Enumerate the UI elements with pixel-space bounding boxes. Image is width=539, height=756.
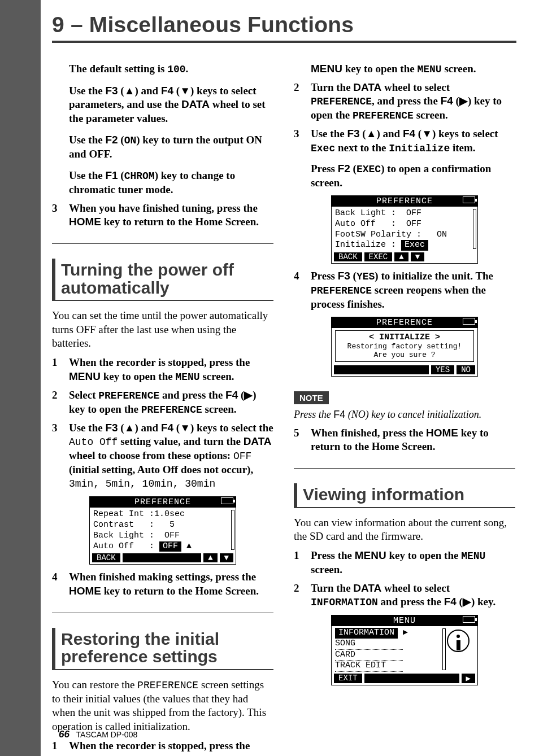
auto-off-step1: 1 When the recorder is stopped, press th… xyxy=(52,356,273,383)
right-column: MENU key to open the MENU screen. 2 Turn… xyxy=(294,58,515,756)
divider xyxy=(52,613,273,613)
restore-step1-cont: MENU key to open the MENU screen. xyxy=(294,62,515,76)
auto-off-step3: 3 Use the F3 (▲) and F4 (▼) keys to sele… xyxy=(52,421,273,491)
restore-step2: 2 Turn the DATA wheel to select PREFEREN… xyxy=(294,81,515,123)
battery-icon xyxy=(221,497,233,504)
auto-off-intro: You can set the time until the power aut… xyxy=(52,309,273,350)
restore-step1: 1 When the recorder is stopped, press th… xyxy=(52,739,273,753)
note-badge: NOTE xyxy=(294,391,329,404)
page-footer: 66 TASCAM DP-008 xyxy=(59,729,137,740)
view-info-step2: 2 Turn the DATA wheel to select INFORMAT… xyxy=(294,582,515,609)
f2-on-line: Use the F2 (ON) key to turn the output O… xyxy=(69,133,273,161)
view-info-intro: You can view information about the curre… xyxy=(294,516,515,544)
lcd-preference-initialize: PREFERENCE Back Light : OFF Auto Off : O… xyxy=(331,195,478,264)
restore-step4: 4 Press F3 (YES) to initialize the unit.… xyxy=(294,269,515,311)
section-view-info: Viewing information xyxy=(294,483,515,508)
continuation-block: The default setting is 100. Use the F3 (… xyxy=(52,62,273,197)
default-setting-line: The default setting is 100. xyxy=(69,62,273,76)
step-finish-tuning: 3 When you have finished tuning, press t… xyxy=(52,202,273,229)
left-sidebar xyxy=(0,0,41,756)
divider xyxy=(52,243,273,244)
f1-chrom-line: Use the F1 (CHROM) key to change to chro… xyxy=(69,169,273,196)
auto-off-step4: 4 When finished making settings, press t… xyxy=(52,570,273,598)
page-number: 66 xyxy=(59,729,69,740)
section-restore-prefs: Restoring the initial preference setting… xyxy=(52,628,273,670)
battery-icon xyxy=(463,196,475,203)
battery-icon xyxy=(463,318,475,325)
restore-intro: You can restore the PREFERENCE screen se… xyxy=(52,678,273,733)
restore-step5: 5 When finished, press the HOME key to r… xyxy=(294,426,515,454)
chapter-title: 9 – Miscellaneous Functions xyxy=(52,12,516,43)
restore-step3: 3 Use the F3 (▲) and F4 (▼) keys to sele… xyxy=(294,127,515,190)
lcd-preference-auto-off: PREFERENCE Repeat Int :1.0sec Contrast :… xyxy=(89,496,236,565)
model-name: TASCAM DP-008 xyxy=(76,730,138,739)
divider xyxy=(294,468,515,469)
f3-f4-select-line: Use the F3 (▲) and F4 (▼) keys to select… xyxy=(69,84,273,125)
lcd-initialize-confirm: PREFERENCE < INITIALIZE > Restoring fact… xyxy=(331,317,478,376)
auto-off-step2: 2 Select PREFERENCE and press the F4 (▶)… xyxy=(52,388,273,417)
lcd-menu: MENU INFORMATION ▶ SONG CARD TRACK EDIT … xyxy=(331,615,478,685)
view-info-step1: 1 Press the MENU key to open the MENU sc… xyxy=(294,549,515,576)
page-content: 9 – Miscellaneous Functions The default … xyxy=(41,0,539,756)
info-icon xyxy=(447,630,470,652)
left-column: The default setting is 100. Use the F3 (… xyxy=(52,58,273,756)
battery-icon xyxy=(463,616,475,623)
note-text: Press the F4 (NO) key to cancel initiali… xyxy=(294,409,515,421)
section-auto-off: Turning the power off automatically xyxy=(52,259,273,301)
